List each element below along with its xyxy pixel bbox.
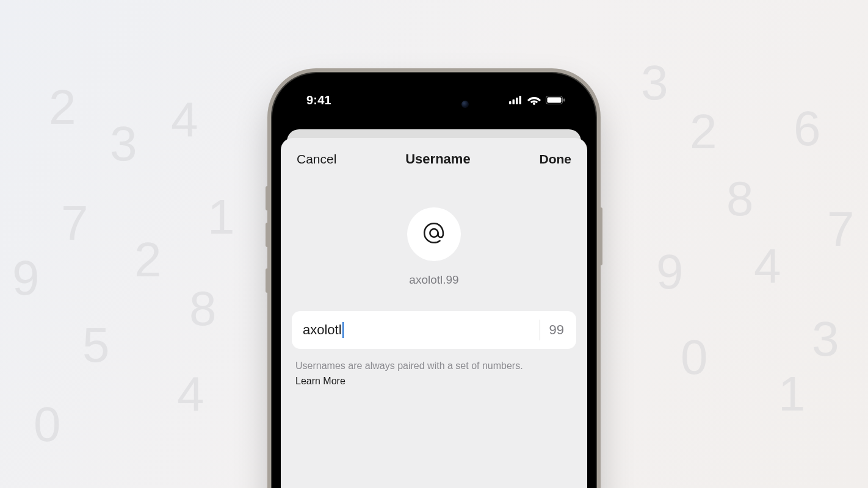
username-input-row[interactable]: axolotl 99 bbox=[292, 311, 576, 349]
dynamic-island bbox=[388, 92, 480, 117]
wifi-icon bbox=[527, 95, 541, 105]
bg-digit: 1 bbox=[778, 366, 806, 422]
svg-rect-2 bbox=[516, 98, 518, 104]
help-text-label: Usernames are always paired with a set o… bbox=[295, 361, 523, 371]
bg-digit: 9 bbox=[656, 244, 684, 300]
username-preview: axolotl.99 bbox=[292, 273, 576, 287]
svg-point-4 bbox=[533, 102, 535, 105]
bg-digit: 5 bbox=[82, 317, 110, 373]
bg-digit: 3 bbox=[812, 311, 839, 367]
bg-digit: 0 bbox=[34, 396, 61, 453]
svg-rect-7 bbox=[563, 99, 565, 102]
bg-digit: 4 bbox=[177, 366, 204, 422]
username-help: Usernames are always paired with a set o… bbox=[292, 359, 576, 389]
bg-digit: 1 bbox=[208, 189, 235, 245]
bg-digit: 3 bbox=[110, 116, 137, 172]
bg-digit: 2 bbox=[690, 104, 717, 160]
username-sheet: Cancel Username Done axolotl.99 axolotl … bbox=[281, 138, 587, 488]
bg-digit: 9 bbox=[12, 250, 40, 306]
bg-digit: 3 bbox=[641, 55, 668, 111]
modal-header: Cancel Username Done bbox=[292, 138, 576, 178]
username-input[interactable]: axolotl bbox=[292, 311, 540, 349]
username-input-value: axolotl bbox=[303, 322, 342, 338]
cancel-button[interactable]: Cancel bbox=[297, 152, 336, 167]
learn-more-link[interactable]: Learn More bbox=[295, 376, 345, 386]
svg-rect-1 bbox=[513, 99, 515, 104]
phone-frame: 9:41 bbox=[272, 73, 596, 488]
svg-rect-0 bbox=[509, 101, 512, 104]
battery-icon bbox=[546, 96, 565, 104]
bg-digit: 4 bbox=[754, 238, 781, 294]
bg-digit: 8 bbox=[726, 171, 754, 227]
phone-screen: 9:41 bbox=[281, 82, 587, 488]
modal-title: Username bbox=[405, 151, 470, 167]
svg-rect-6 bbox=[548, 98, 562, 103]
bg-digit: 7 bbox=[61, 195, 89, 251]
at-icon bbox=[422, 221, 446, 248]
cellular-icon bbox=[509, 96, 523, 104]
username-suffix: 99 bbox=[540, 311, 576, 349]
svg-rect-3 bbox=[519, 96, 522, 104]
bg-digit: 8 bbox=[189, 281, 217, 337]
bg-digit: 4 bbox=[171, 92, 198, 148]
svg-point-8 bbox=[430, 229, 438, 237]
bg-digit: 7 bbox=[827, 201, 855, 257]
bg-digit: 2 bbox=[49, 79, 76, 135]
username-avatar bbox=[407, 207, 461, 261]
text-cursor bbox=[342, 322, 344, 338]
status-time: 9:41 bbox=[306, 93, 331, 107]
done-button[interactable]: Done bbox=[539, 152, 571, 167]
bg-digit: 0 bbox=[681, 329, 708, 386]
bg-digit: 6 bbox=[794, 101, 821, 157]
bg-digit: 2 bbox=[134, 232, 162, 288]
